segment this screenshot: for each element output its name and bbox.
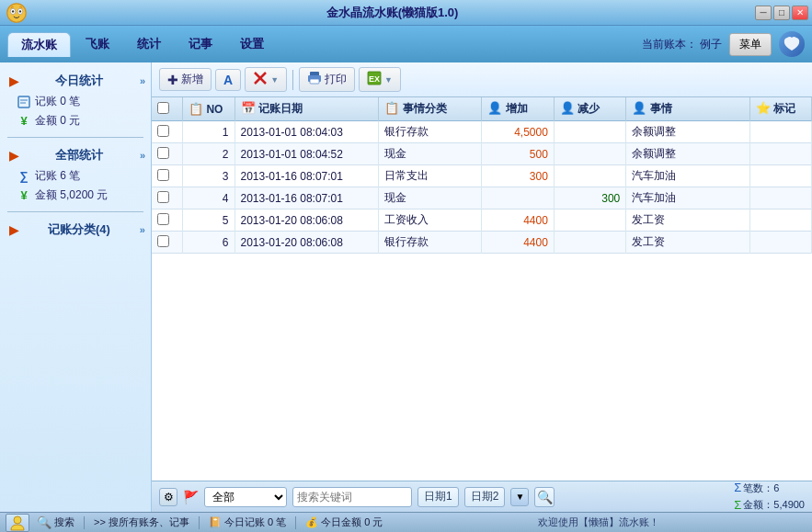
status-today-entries-label: 今日记账 0 笔 xyxy=(224,515,286,529)
tab-liushui[interactable]: 流水账 xyxy=(7,32,71,57)
sum-icon: ∑ xyxy=(17,169,31,184)
main-layout: ▶ 今日统计 » 记账 0 笔 ¥ 金额 0 元 ▶ 全部统计 » xyxy=(0,62,812,512)
print-button[interactable]: 打印 xyxy=(299,67,355,92)
app-title: 金水晶流水账(懒猫版1.0) xyxy=(29,5,755,21)
statusbar: 🔍 搜索 >> 搜所有账务、记事 📔 今日记账 0 笔 💰 今日金额 0 元 欢… xyxy=(0,512,812,532)
row-mark-0 xyxy=(749,121,811,143)
export-icon: EX xyxy=(367,71,382,88)
date-icon: 📅 xyxy=(241,101,256,115)
maximize-button[interactable]: □ xyxy=(773,6,790,20)
row-checkbox-0 xyxy=(152,121,183,143)
row-mark-4 xyxy=(749,209,811,232)
export-button[interactable]: EX ▼ xyxy=(359,67,401,92)
row-date-3: 2013-01-16 08:07:01 xyxy=(234,187,379,209)
export-dropdown-icon: ▼ xyxy=(384,75,393,85)
row-mark-3 xyxy=(749,187,811,209)
row-no-0: 1 xyxy=(183,121,234,143)
sidebar-today-header[interactable]: ▶ 今日统计 » xyxy=(0,70,151,92)
tab-shezhi[interactable]: 设置 xyxy=(227,32,277,57)
sidebar-divider2 xyxy=(7,211,143,212)
flag-icon[interactable]: 🚩 xyxy=(183,490,199,504)
row-checkbox-3 xyxy=(152,187,183,209)
user-avatar[interactable] xyxy=(779,31,805,57)
svg-point-3 xyxy=(12,10,14,12)
sub-icon: 👤 xyxy=(560,101,575,115)
menu-button[interactable]: 菜单 xyxy=(729,33,772,56)
search-settings-button[interactable]: ⚙ xyxy=(159,488,177,506)
summary-area: Σ 笔数：6 Σ 金额：5,4900 xyxy=(734,480,805,513)
search-input[interactable] xyxy=(292,487,412,507)
yuan-icon: ¥ xyxy=(17,114,31,129)
row-mark-2 xyxy=(749,165,811,187)
yuan2-icon: ¥ xyxy=(17,188,31,203)
summary-amount-row: Σ 金额：5,4900 xyxy=(734,497,805,514)
row-no-1: 2 xyxy=(183,143,234,165)
row-mark-1 xyxy=(749,143,811,165)
row-note-1: 余额调整 xyxy=(626,143,749,165)
row-checkbox-5 xyxy=(152,232,183,254)
new-button[interactable]: ✚ 新增 xyxy=(159,68,212,91)
font-button[interactable]: A xyxy=(215,69,241,91)
ledger-icon xyxy=(17,95,31,109)
svg-text:EX: EX xyxy=(369,74,380,84)
row-subtract-2 xyxy=(554,165,625,187)
select-all-checkbox[interactable] xyxy=(157,102,169,114)
row-checkbox-2 xyxy=(152,165,183,187)
row-cb-0[interactable] xyxy=(157,125,169,137)
no-icon: 📋 xyxy=(189,102,203,116)
status-search-all[interactable]: >> 搜所有账务、记事 xyxy=(94,515,189,529)
current-account-label: 当前账本： 例子 xyxy=(642,37,722,52)
close-button[interactable]: ✕ xyxy=(792,6,808,20)
window-controls: ─ □ ✕ xyxy=(755,6,808,20)
sidebar-all-expand[interactable]: » xyxy=(140,150,145,161)
menubar-right: 当前账本： 例子 菜单 xyxy=(642,31,805,57)
sidebar-cat-triangle: ▶ xyxy=(9,223,18,237)
new-icon: ✚ xyxy=(167,73,178,87)
row-no-3: 4 xyxy=(183,187,234,209)
status-today-entries: 📔 今日记账 0 笔 xyxy=(209,515,286,529)
sidebar-cat-expand[interactable]: » xyxy=(140,224,145,235)
row-add-4: 4400 xyxy=(482,209,554,232)
ledger-table: 📋 NO 📅 记账日期 📋 事情分类 👤 xyxy=(152,97,812,254)
row-subtract-4 xyxy=(554,209,625,232)
svg-rect-12 xyxy=(310,79,319,84)
row-cb-1[interactable] xyxy=(157,147,169,159)
tab-tongji[interactable]: 统计 xyxy=(124,32,174,57)
tab-feizhang[interactable]: 飞账 xyxy=(73,32,122,57)
content-area: ✚ 新增 A ▼ 打印 EX xyxy=(152,62,812,512)
row-date-4: 2013-01-20 08:06:08 xyxy=(234,209,379,232)
row-note-4: 发工资 xyxy=(626,209,749,232)
row-cb-2[interactable] xyxy=(157,169,169,181)
row-cb-5[interactable] xyxy=(157,235,169,247)
status-search[interactable]: 🔍 搜索 xyxy=(37,515,74,529)
sidebar-all-header[interactable]: ▶ 全部统计 » xyxy=(0,144,151,166)
filter-select[interactable]: 全部 xyxy=(204,487,287,507)
tab-jishi[interactable]: 记事 xyxy=(176,32,225,57)
row-subtract-1 xyxy=(554,143,625,165)
date-dropdown-button[interactable]: ▼ xyxy=(510,488,529,506)
date2-button[interactable]: 日期2 xyxy=(464,487,506,507)
add-icon: 👤 xyxy=(487,101,502,115)
sidebar: ▶ 今日统计 » 记账 0 笔 ¥ 金额 0 元 ▶ 全部统计 » xyxy=(0,62,152,512)
row-add-1: 500 xyxy=(482,143,554,165)
col-add-label: 增加 xyxy=(506,102,528,115)
row-no-5: 6 xyxy=(183,232,234,254)
delete-button[interactable]: ▼ xyxy=(245,67,287,92)
toolbar-sep1 xyxy=(292,70,293,90)
row-cb-4[interactable] xyxy=(157,213,169,225)
data-table: 📋 NO 📅 记账日期 📋 事情分类 👤 xyxy=(152,97,812,481)
date1-button[interactable]: 日期1 xyxy=(417,487,459,507)
titlebar: 金水晶流水账(懒猫版1.0) ─ □ ✕ xyxy=(0,0,812,26)
do-search-button[interactable]: 🔍 xyxy=(534,487,555,507)
sidebar-today-expand[interactable]: » xyxy=(140,75,145,86)
row-cb-3[interactable] xyxy=(157,191,169,203)
row-category-3: 现金 xyxy=(379,187,482,209)
sidebar-today-entries-label: 记账 0 笔 xyxy=(35,94,80,109)
status-sep1 xyxy=(84,516,85,529)
status-coin-icon: 💰 xyxy=(305,516,318,528)
table-header-row: 📋 NO 📅 记账日期 📋 事情分类 👤 xyxy=(152,97,812,121)
minimize-button[interactable]: ─ xyxy=(755,6,772,20)
status-avatar-button[interactable] xyxy=(6,514,29,532)
col-sub-label: 减少 xyxy=(578,102,600,115)
sidebar-cat-header[interactable]: ▶ 记账分类(4) » xyxy=(0,219,151,241)
